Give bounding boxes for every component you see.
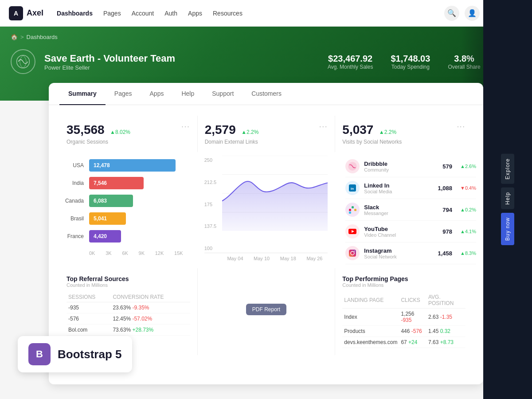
bar-axis: 0K 3K 6K 9K 12K 15K [59,248,183,256]
hero-subtitle: Power Elite Seller [44,64,175,71]
nav-auth[interactable]: Auth [164,10,177,17]
breadcrumb: 🏠 > Dashboards [11,34,521,40]
ref-sessions-1: -935 [66,302,111,313]
tab-support[interactable]: Support [203,83,243,105]
explore-button[interactable]: Explore [501,154,514,184]
instagram-count: 1,458 [438,250,452,257]
bar-val-usa: 12,478 [94,162,110,168]
bar-chart: USA 12,478 India 7,546 Canada [49,152,194,268]
ref-sessions-2: -576 [66,313,111,325]
social-slack: Slack Messanger 794 ▲0.2% [345,199,476,221]
y-100: 100 [204,246,217,251]
hero-stat-label-0: Avg. Monthly Sales [328,64,373,70]
line-chart: 250 212.5 175 137.5 100 [194,152,339,268]
tab-customers[interactable]: Customers [243,83,290,105]
nav-pages[interactable]: Pages [103,10,121,17]
pages-subtitle: Counted in Millions [342,282,466,288]
linkedin-sub: Social Media [364,189,392,194]
bar-inner-usa: 12,478 [89,159,176,172]
page-clicks-3: 67 +24 [399,337,426,348]
bar-row-canada: Canada 6,083 [59,195,183,207]
sessions-number: 35,568 [66,123,105,137]
bar-row-usa: USA 12,478 [59,159,183,172]
linkedin-icon: in [345,181,360,195]
youtube-name: YouTube [364,226,396,232]
linkedin-count: 1,088 [438,185,452,192]
nav-dashboards[interactable]: Dashboards [57,10,93,17]
nav-resources[interactable]: Resources [213,10,243,17]
nav-apps[interactable]: Apps [188,10,202,17]
svg-rect-14 [349,250,356,257]
sessions-more[interactable]: ··· [181,123,190,131]
referral-table: SESSIONS CONVERSION RATE -935 23.63% -9.… [66,292,190,336]
svg-rect-11 [354,209,356,211]
slack-sub: Messanger [364,211,388,216]
slack-name: Slack [364,204,388,211]
social-linkedin: in Linked In Social Media 1,088 ▼0.4% [345,177,476,199]
pages-table: LANDING PAGE CLICKS AVG. POSITION Index … [342,292,466,348]
page-name-1: Index [342,309,399,326]
tab-pages[interactable]: Pages [106,83,141,105]
chart-x-labels: May 04 May 10 May 18 May 26 [204,253,328,261]
help-button[interactable]: Help [501,188,514,209]
pdf-report-button[interactable]: PDF Report [246,304,286,315]
hero-stat-2: 3.8% Overall Share [448,54,480,70]
social-change: ▲2.2% [379,129,396,135]
y-137: 137.5 [204,223,217,229]
dribbble-sub: Community [364,167,389,172]
sessions-change: ▲8.02% [110,129,130,135]
pages-col-clicks: CLICKS [399,292,426,309]
breadcrumb-current: Dashboards [27,34,58,40]
brand-icon: A [9,6,23,20]
tab-summary[interactable]: Summary [59,83,106,105]
axis-15k: 15K [174,250,183,256]
page-name-3: devs.keenthemes.com [342,337,399,348]
social-more[interactable]: ··· [457,123,466,131]
table-row: Products 446 -576 1.45 0.32 [342,326,466,337]
hero-stat-1: $1,748.03 Today Spending [391,54,430,70]
pages-col-pos: AVG. POSITION [426,292,466,309]
linkedin-info: Linked In Social Media [364,182,392,194]
dribbble-count: 579 [442,163,452,170]
page-pos-3: 7.63 +8.73 [426,337,466,348]
ref-col-conversion: CONVERSION RATE [111,292,190,302]
slack-icon [345,203,360,217]
tab-help[interactable]: Help [172,83,203,105]
bar-label-india: India [59,180,84,186]
axis-0k: 0K [89,250,95,256]
dribbble-change: ▲2.6% [460,164,476,169]
youtube-icon [345,224,360,239]
chart-area: 250 212.5 175 137.5 100 [204,156,328,253]
x-may10: May 10 [254,256,270,261]
social-instagram: Instagram Social Network 1,458 ▲8.3% [345,243,476,264]
youtube-change: ▲4.1% [460,229,476,234]
bar-outer-brasil: 5,041 [89,212,183,225]
hero-content: Save Earth - Volunteer Team Power Elite … [11,49,521,74]
bar-label-france: France [59,233,84,239]
hero-stat-value-2: 3.8% [448,54,480,64]
line-chart-svg [222,156,328,231]
nav-account[interactable]: Account [132,10,154,17]
page-clicks-1: 1,256 -935 [399,309,426,326]
youtube-count: 978 [442,228,452,235]
links-desc: Domain External Links [205,139,328,145]
profile-icon[interactable]: 👤 [465,6,480,21]
ref-conv-1: 23.63% -9.35% [111,302,190,313]
pages-col-page: LANDING PAGE [342,292,399,309]
svg-point-16 [354,251,355,252]
y-175: 175 [204,202,217,207]
links-more[interactable]: ··· [319,123,328,131]
hero-logo [11,49,35,74]
bar-inner-canada: 6,083 [89,195,133,207]
buy-now-button[interactable]: Buy now [501,213,514,245]
hero-stat-0: $23,467.92 Avg. Monthly Sales [328,54,373,70]
bar-inner-france: 4,420 [89,230,121,243]
bar-outer-france: 4,420 [89,230,183,243]
bootstrap-text: Bootstrap 5 [58,348,121,361]
tab-apps[interactable]: Apps [141,83,173,105]
dribbble-info: Dribbble Community [364,160,389,172]
table-row: Bol.com 73.63% +28.73% [66,325,190,336]
brand-name: Axel [27,8,43,18]
hero-stat-label-2: Overall Share [448,64,480,70]
search-icon[interactable]: 🔍 [444,6,459,21]
